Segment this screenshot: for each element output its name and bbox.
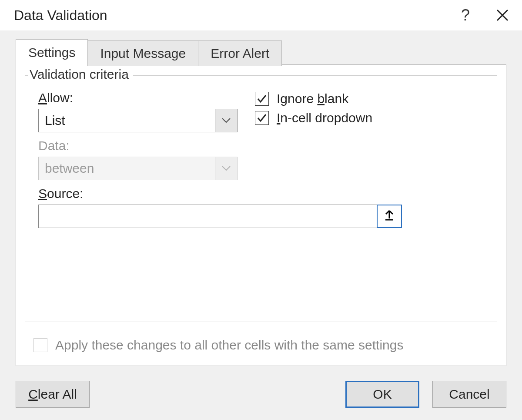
apply-all-label: Apply these changes to all other cells w… [55, 338, 403, 353]
apply-all-checkbox: Apply these changes to all other cells w… [33, 338, 403, 353]
allow-combo-value: List [39, 109, 215, 132]
ok-button[interactable]: OK [345, 381, 419, 408]
tab-input-message[interactable]: Input Message [87, 40, 198, 66]
checkbox-box [255, 92, 269, 106]
check-icon [257, 94, 267, 104]
incell-dropdown-label: In-cell dropdown [277, 111, 372, 125]
titlebar-buttons: ? [461, 6, 509, 24]
help-button[interactable]: ? [461, 6, 470, 24]
data-validation-dialog: Data Validation ? Settings Input Message… [0, 0, 522, 420]
tab-error-alert[interactable]: Error Alert [198, 40, 282, 66]
ignore-blank-checkbox[interactable]: Ignore blank [255, 91, 372, 106]
ignore-blank-label: Ignore blank [277, 91, 348, 106]
range-selector-button[interactable] [377, 205, 402, 228]
source-label: Source: [38, 186, 484, 201]
chevron-down-icon [215, 157, 237, 180]
clear-all-button[interactable]: Clear All [16, 381, 90, 408]
dialog-title: Data Validation [14, 7, 107, 24]
data-label: Data: [38, 138, 484, 153]
titlebar: Data Validation ? [0, 0, 522, 30]
checkbox-box [255, 111, 269, 125]
close-button[interactable] [496, 9, 509, 22]
check-icon [257, 113, 267, 123]
fieldset-legend: Validation criteria [28, 67, 133, 82]
checkbox-box [33, 338, 47, 352]
settings-panel: Validation criteria Allow: List [16, 64, 506, 366]
dialog-button-row: Clear All OK Cancel [16, 381, 506, 408]
cancel-button[interactable]: Cancel [432, 381, 506, 408]
tab-settings[interactable]: Settings [16, 39, 88, 66]
allow-combo[interactable]: List [38, 109, 238, 132]
source-input[interactable] [38, 205, 377, 228]
data-combo: between [38, 157, 238, 180]
arrow-up-icon [384, 209, 395, 224]
chevron-down-icon[interactable] [215, 109, 237, 132]
tab-row: Settings Input Message Error Alert [16, 39, 506, 66]
validation-criteria-fieldset: Validation criteria Allow: List [25, 75, 497, 322]
incell-dropdown-checkbox[interactable]: In-cell dropdown [255, 111, 372, 125]
data-combo-value: between [39, 157, 215, 180]
